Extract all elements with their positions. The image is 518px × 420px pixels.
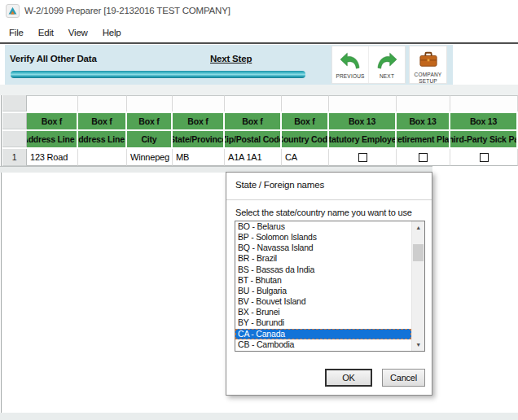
title-bar: W-2/1099 Preparer [19-2132016 TEST COMPA…	[0, 0, 518, 23]
ok-button[interactable]: OK	[325, 369, 372, 387]
column-field-header-address-line-1: Address Line 1	[27, 131, 78, 147]
company-setup-label: COMPANY SETUP	[410, 72, 446, 85]
previous-button[interactable]: PREVIOUS	[332, 46, 368, 83]
column-field-header-zip-postal-code: Zip/Postal Code	[225, 131, 282, 147]
toolbar: Verify All Other Data Next Step PREVIOUS…	[0, 44, 518, 85]
column-box-header-statutory-employee: Box 13	[329, 113, 397, 129]
cell-address-line-1[interactable]: 123 Road	[27, 149, 78, 166]
app-logo-icon	[6, 4, 20, 18]
briefcase-icon	[418, 50, 439, 72]
checkbox-third-party-sick-pay[interactable]	[480, 153, 489, 162]
cell-city[interactable]: Winnepeg	[127, 149, 173, 166]
column-field-header-statutory-employee: Statutory Employee	[329, 131, 397, 147]
scrollbar-thumb[interactable]	[413, 244, 424, 261]
list-item-bv[interactable]: BV - Bouvet Island	[235, 296, 411, 307]
progress-bar	[11, 71, 305, 78]
row-header-empty	[2, 95, 27, 112]
curved-arrow-right-icon	[375, 50, 398, 73]
column-box-header-address-line-1: Box f	[27, 113, 78, 129]
menu-item-file[interactable]: File	[2, 25, 31, 40]
cell-state-province[interactable]: MB	[173, 149, 225, 166]
column-field-header-third-party-sick-pay: Third-Party Sick Pay	[450, 131, 518, 147]
list-item-bq[interactable]: BQ - Navassa Island	[235, 243, 411, 253]
state-foreign-names-dialog: State / Foreign names Select the state/c…	[226, 172, 432, 396]
menu-item-edit[interactable]: Edit	[31, 25, 61, 40]
toolbar-sub-strip	[0, 85, 518, 95]
country-list: BO - BelarusBP - Solomon IslandsBQ - Nav…	[235, 221, 411, 351]
column-box-header-third-party-sick-pay: Box 13	[450, 113, 518, 129]
app-window: W-2/1099 Preparer [19-2132016 TEST COMPA…	[0, 0, 518, 420]
column-field-header-address-line-2: Address Line 2	[78, 131, 127, 147]
column-box-header-state-province: Box f	[173, 113, 225, 129]
list-item-bx[interactable]: BX - Brunei	[235, 307, 411, 317]
row-header-1[interactable]: 1	[2, 149, 27, 166]
menu-bar: FileEditViewHelp	[0, 23, 518, 42]
list-item-ca[interactable]: CA - Canada	[235, 329, 411, 339]
curved-arrow-left-icon	[339, 50, 362, 73]
footer-strip	[0, 413, 518, 420]
grid-blank-cell	[397, 95, 450, 112]
list-item-by[interactable]: BY - Burundi	[235, 317, 411, 328]
list-item-bp[interactable]: BP - Solomon Islands	[235, 232, 411, 243]
company-setup-button[interactable]: COMPANY SETUP	[410, 46, 446, 83]
checkbox-statutory-employee[interactable]	[358, 153, 367, 162]
column-box-header-zip-postal-code: Box f	[225, 113, 282, 129]
list-item-cb[interactable]: CB - Cambodia	[235, 339, 411, 350]
grid-blank-cell	[173, 95, 225, 112]
next-button[interactable]: NEXT	[368, 46, 405, 83]
cancel-button[interactable]: Cancel	[382, 369, 425, 387]
grid-blank-cell	[450, 95, 518, 112]
cell-country-code[interactable]: CA	[282, 149, 329, 166]
column-box-header-country-code: Box f	[282, 113, 329, 129]
checkbox-retirement-plan[interactable]	[419, 153, 428, 162]
dialog-prompt-label: Select the state/country name you want t…	[235, 208, 412, 217]
column-field-header-city: City	[127, 131, 173, 147]
menu-item-view[interactable]: View	[61, 25, 95, 40]
column-box-header-city: Box f	[127, 113, 173, 129]
column-box-header-address-line-2: Box f	[78, 113, 127, 129]
column-field-header-retirement-plan: Retirement Plan	[397, 131, 450, 147]
cell-address-line-2[interactable]	[78, 149, 127, 166]
list-item-bt[interactable]: BT - Bhutan	[235, 275, 411, 286]
grid-blank-cell	[78, 95, 127, 112]
grid-blank-cell	[225, 95, 282, 112]
row-header-field	[2, 131, 27, 147]
grid-blank-cell	[127, 95, 173, 112]
previous-label: PREVIOUS	[336, 73, 364, 80]
grid-blank-cell	[27, 95, 78, 112]
dialog-title: State / Foreign names	[235, 180, 324, 190]
step-title: Verify All Other Data	[10, 54, 97, 63]
scroll-up-icon[interactable]: ▲	[412, 221, 424, 234]
country-listbox: BO - BelarusBP - Solomon IslandsBQ - Nav…	[235, 221, 425, 352]
column-field-header-country-code: Country Code	[282, 131, 329, 147]
prev-next-group: PREVIOUS NEXT	[331, 46, 406, 84]
cell-retirement-plan[interactable]	[397, 149, 450, 166]
list-item-bs[interactable]: BS - Bassas da India	[235, 265, 411, 275]
list-item-bu[interactable]: BU - Bulgaria	[235, 286, 411, 296]
list-item-br[interactable]: BR - Brazil	[235, 253, 411, 264]
column-field-header-state-province: State/Province	[173, 131, 225, 147]
menu-item-help[interactable]: Help	[95, 25, 129, 40]
next-label: NEXT	[380, 73, 394, 80]
scroll-down-icon[interactable]: ▼	[412, 339, 424, 351]
spreadsheet-grid: 1Box fAddress Line 1123 RoadBox fAddress…	[0, 95, 518, 167]
window-title: W-2/1099 Preparer [19-2132016 TEST COMPA…	[24, 6, 230, 15]
grid-blank-cell	[329, 95, 397, 112]
row-header-box	[2, 113, 27, 129]
cell-third-party-sick-pay[interactable]	[450, 149, 518, 166]
cell-zip-postal-code[interactable]: A1A 1A1	[225, 149, 282, 166]
column-box-header-retirement-plan: Box 13	[397, 113, 450, 129]
next-step-link[interactable]: Next Step	[210, 54, 252, 63]
dialog-title-divider	[226, 199, 432, 200]
grid-blank-cell	[282, 95, 329, 112]
cell-statutory-employee[interactable]	[329, 149, 397, 166]
listbox-scrollbar: ▲ ▼	[411, 221, 424, 351]
list-item-bo[interactable]: BO - Belarus	[235, 221, 411, 232]
company-setup-group: COMPANY SETUP	[409, 46, 447, 84]
